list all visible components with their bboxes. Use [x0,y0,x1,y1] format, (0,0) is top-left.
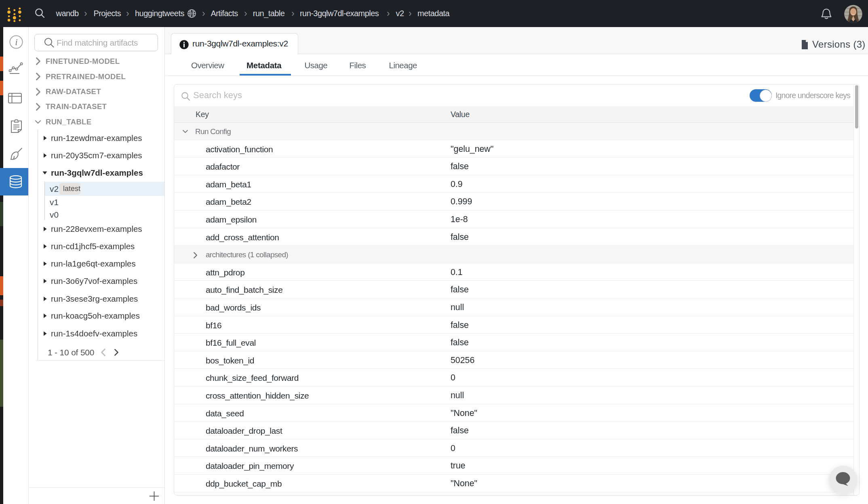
svg-text:i: i [15,37,17,47]
